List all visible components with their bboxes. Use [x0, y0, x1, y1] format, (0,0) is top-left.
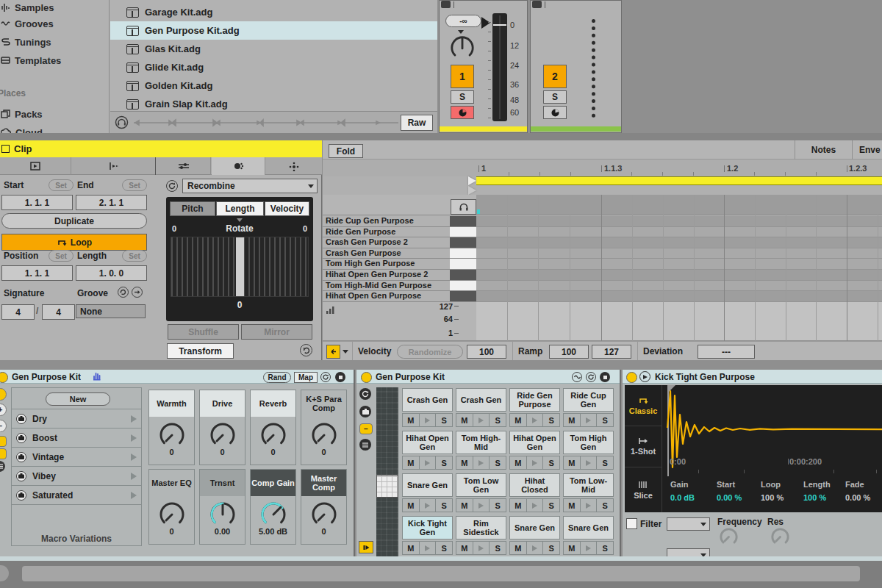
pad-mute-button[interactable]: M: [509, 456, 527, 470]
track-volume-display[interactable]: -∞: [445, 15, 481, 27]
pad-play-button[interactable]: [473, 413, 490, 427]
lane-key[interactable]: [450, 259, 476, 270]
pad[interactable]: Tom High Gen: [563, 431, 614, 454]
rack-save-icon[interactable]: [335, 372, 345, 382]
pad[interactable]: Hihat Open Gen: [402, 431, 453, 454]
lane-key[interactable]: [450, 248, 476, 259]
pad[interactable]: Snare Gen: [509, 516, 560, 539]
length-set-button[interactable]: Set: [122, 250, 147, 262]
pad-play-button[interactable]: [527, 413, 544, 427]
loop-bar[interactable]: [476, 176, 882, 185]
tab-classic[interactable]: Classic: [625, 385, 662, 426]
clip-title-bar[interactable]: Clip: [0, 140, 322, 157]
macro-value[interactable]: 0: [321, 527, 326, 536]
param-value[interactable]: 100 %: [803, 493, 831, 502]
pad-overview[interactable]: [376, 387, 398, 556]
randomize-button[interactable]: Randomize: [397, 345, 463, 359]
pad[interactable]: Tom Low-Mid: [563, 473, 614, 497]
simpler-title-bar[interactable]: Kick Tight Gen Purpose: [623, 370, 882, 384]
filter-type-dropdown[interactable]: [667, 517, 710, 531]
pad-overview-window[interactable]: [376, 475, 398, 498]
sidebar-item-cloud[interactable]: Cloud: [1, 123, 43, 133]
tab-note-tools-selected[interactable]: [212, 157, 265, 175]
map-button[interactable]: Map: [294, 372, 318, 383]
clip-start-field[interactable]: 1. 1. 1: [1, 195, 73, 210]
tab-one-shot[interactable]: 1-Shot: [625, 426, 662, 467]
camera-icon[interactable]: [16, 490, 26, 501]
pad-play-button[interactable]: [581, 456, 598, 470]
duplicate-button[interactable]: Duplicate: [1, 213, 147, 229]
groove-field[interactable]: None: [76, 304, 146, 318]
headphone-preview-icon[interactable]: [115, 115, 129, 129]
pad-solo-button[interactable]: S: [597, 498, 614, 512]
save-icon[interactable]: [600, 372, 610, 382]
lane-key[interactable]: [450, 227, 476, 238]
pad-mute-button[interactable]: M: [456, 541, 473, 555]
variation-launch-icon[interactable]: [131, 434, 137, 442]
pad-play-button[interactable]: [581, 413, 598, 427]
pad-mute-button[interactable]: M: [563, 541, 581, 555]
pad[interactable]: Tom Low Gen: [456, 473, 506, 497]
rotate-right-value[interactable]: 0: [303, 224, 307, 233]
pad-play-button[interactable]: [420, 541, 437, 555]
pad-play-button[interactable]: [420, 498, 437, 512]
grid-upper-band[interactable]: [476, 195, 882, 215]
lane-label[interactable]: Ride Gen Purpose: [323, 227, 450, 238]
pad-play-button[interactable]: [527, 541, 544, 555]
pad-solo-button[interactable]: S: [543, 456, 560, 470]
signature-denominator-field[interactable]: 4: [42, 304, 75, 320]
pad[interactable]: Tom High-Mid: [456, 431, 506, 454]
macro-value[interactable]: 0: [321, 448, 326, 456]
camera-icon[interactable]: [16, 414, 26, 424]
lane-key[interactable]: [450, 270, 476, 281]
loop-button[interactable]: Loop: [1, 234, 147, 251]
variation-row[interactable]: Vintage: [12, 447, 141, 466]
pad-selected[interactable]: Kick Tight Gen: [402, 516, 453, 539]
sidebar-item-grooves[interactable]: Grooves: [1, 15, 54, 32]
pad-solo-button[interactable]: S: [490, 498, 506, 512]
rack-title-bar[interactable]: Gen Purpose Kit Rand Map: [0, 370, 354, 384]
rotate-amount-value[interactable]: 0: [166, 300, 313, 310]
waveform-display[interactable]: 0:00 0:00:200: [663, 385, 882, 476]
macro-value[interactable]: 0: [169, 448, 173, 456]
rotate-slider[interactable]: [171, 237, 309, 297]
arm-button[interactable]: [543, 106, 567, 119]
device-area-splitter[interactable]: [0, 360, 882, 370]
raw-button[interactable]: Raw: [401, 115, 433, 131]
variation-row[interactable]: Saturated: [12, 485, 141, 505]
modulation-icon[interactable]: [572, 372, 582, 382]
pad[interactable]: Ride Gen Purpose: [509, 388, 560, 412]
transform-redo-icon[interactable]: [300, 344, 312, 356]
solo-button[interactable]: S: [543, 90, 567, 104]
mirror-button[interactable]: Mirror: [241, 324, 312, 340]
new-variation-button[interactable]: New: [46, 392, 110, 406]
filter-checkbox[interactable]: [626, 518, 637, 529]
status-orb[interactable]: [0, 565, 9, 581]
pad[interactable]: Snare Gen: [563, 516, 614, 539]
timeline-ruler[interactable]: 1 1.1.3 1.2 1.2.3: [323, 159, 882, 176]
macro-knob[interactable]: [259, 421, 287, 449]
macro-knob[interactable]: [259, 501, 287, 528]
param-value[interactable]: 0.00 %: [845, 493, 870, 502]
lane-key[interactable]: [450, 281, 476, 292]
param-value[interactable]: 0.0 dB: [670, 493, 695, 502]
autoselect-button[interactable]: [359, 541, 373, 553]
sidebar-item-samples[interactable]: Samples: [1, 0, 54, 16]
param-value[interactable]: 0.00 %: [717, 493, 742, 502]
pad[interactable]: Ride Cup Gen: [563, 388, 614, 412]
end-set-button[interactable]: Set: [122, 179, 147, 191]
velocity-mode-label[interactable]: Velocity: [358, 346, 391, 356]
frequency-knob[interactable]: [719, 527, 739, 547]
groove-commit-icon[interactable]: [118, 287, 129, 298]
variation-row[interactable]: Vibey: [12, 466, 141, 485]
track-number-button[interactable]: 1: [451, 65, 474, 88]
pad-play-button[interactable]: [527, 498, 544, 512]
add-macro-icon[interactable]: +: [0, 404, 7, 416]
res-knob[interactable]: [770, 527, 790, 547]
solo-button[interactable]: S: [451, 90, 474, 104]
tab-expression[interactable]: [266, 157, 322, 175]
macro-value[interactable]: 0.00: [215, 527, 230, 536]
macro-knob[interactable]: [158, 501, 186, 528]
macro-value[interactable]: 0: [270, 448, 275, 456]
horizontal-splitter[interactable]: [0, 133, 882, 140]
